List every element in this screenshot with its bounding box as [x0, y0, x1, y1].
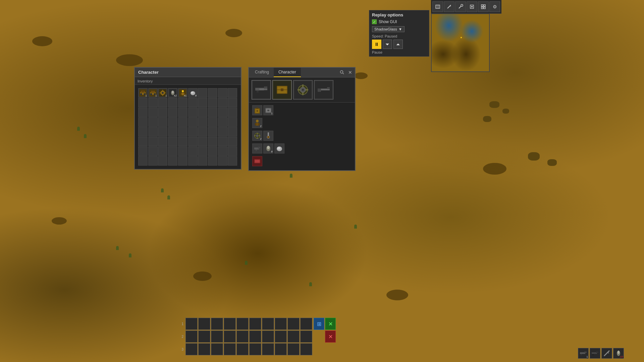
inv-slot-44[interactable] [178, 127, 187, 136]
inv-slot-59[interactable] [228, 137, 237, 146]
hotbar-more-btn[interactable]: ⋮ [336, 318, 341, 330]
inv-slot-7[interactable] [208, 88, 217, 98]
hotbar-slot-2-7[interactable] [262, 330, 274, 343]
hotbar-slot-1-6[interactable] [249, 318, 261, 330]
inv-slot-8[interactable] [218, 88, 227, 98]
inv-slot-41[interactable] [148, 127, 158, 136]
equip-item-person[interactable]: 2 [252, 118, 262, 128]
hotbar-slot-1-3[interactable] [211, 318, 223, 330]
inv-slot-37[interactable] [208, 117, 217, 127]
inv-slot-68[interactable] [218, 146, 227, 156]
equip-item-stone[interactable] [274, 143, 284, 154]
inv-slot-76[interactable] [198, 156, 207, 166]
hotbar-slot-3-7[interactable] [262, 343, 274, 355]
br-ammo-slot[interactable]: -10 [613, 348, 624, 359]
br-gun2-slot[interactable] [590, 348, 600, 359]
hotbar-slot-2-10[interactable] [300, 330, 312, 343]
inv-slot-4[interactable]: 41 [178, 88, 187, 98]
inv-slot-62[interactable] [158, 146, 167, 156]
tab-character[interactable]: Character [274, 68, 301, 77]
inv-slot-12[interactable] [158, 98, 167, 107]
inv-slot-77[interactable] [208, 156, 217, 166]
inv-slot-54[interactable] [178, 137, 187, 146]
inv-slot-39[interactable] [228, 117, 237, 127]
inv-slot-29[interactable] [228, 108, 237, 117]
inv-slot-48[interactable] [218, 127, 227, 136]
speed-up-button[interactable]: ⏶ [393, 40, 403, 49]
inv-slot-60[interactable] [138, 146, 148, 156]
inv-slot-56[interactable] [198, 137, 207, 146]
inv-slot-38[interactable] [218, 117, 227, 127]
inv-slot-65[interactable] [188, 146, 198, 156]
inv-slot-5[interactable]: 8 [188, 88, 198, 98]
hotbar-slot-1-2[interactable] [198, 318, 210, 330]
inv-slot-28[interactable] [218, 108, 227, 117]
pause-button[interactable]: ⏸ [372, 40, 381, 49]
inv-slot-72[interactable] [158, 156, 167, 166]
inv-slot-58[interactable] [218, 137, 227, 146]
equip-slot-chest[interactable] [272, 80, 292, 100]
br-gun-slot[interactable]: 1 [578, 348, 589, 359]
inv-slot-67[interactable] [208, 146, 217, 156]
hotbar-add-btn[interactable]: ✕ [325, 318, 336, 330]
hotbar-slot-3-10[interactable] [300, 343, 312, 355]
inv-slot-19[interactable] [228, 98, 237, 107]
inv-slot-2[interactable]: 1 [158, 88, 167, 98]
inv-slot-55[interactable] [188, 137, 198, 146]
inv-slot-9[interactable] [228, 88, 237, 98]
inv-slot-32[interactable] [158, 117, 167, 127]
inv-slot-30[interactable] [138, 117, 148, 127]
inv-slot-75[interactable] [188, 156, 198, 166]
hotbar-slot-2-3[interactable] [211, 330, 223, 343]
equip-item-pistol[interactable] [252, 143, 262, 154]
hotbar-expand-btn[interactable]: ⊞ [314, 318, 324, 330]
inv-slot-51[interactable] [148, 137, 158, 146]
hotbar-slot-2-9[interactable] [287, 330, 300, 343]
inv-slot-61[interactable] [148, 146, 158, 156]
inv-slot-0[interactable]: 1 [138, 88, 148, 98]
inv-slot-50[interactable] [138, 137, 148, 146]
inv-slot-53[interactable] [168, 137, 177, 146]
hotbar-slot-2-2[interactable] [198, 330, 210, 343]
inv-slot-27[interactable] [208, 108, 217, 117]
hotbar-slot-3-8[interactable] [275, 343, 287, 355]
inv-slot-52[interactable] [158, 137, 167, 146]
inv-slot-11[interactable] [148, 98, 158, 107]
hotbar-slot-1-8[interactable] [275, 318, 287, 330]
inv-slot-22[interactable] [158, 108, 167, 117]
inv-slot-42[interactable] [158, 127, 167, 136]
hotbar-slot-2-4[interactable] [224, 330, 236, 343]
inv-slot-1[interactable]: 1 [148, 88, 158, 98]
hotbar-slot-3-2[interactable] [198, 343, 210, 355]
hotbar-remove-btn[interactable]: ✕ [325, 330, 336, 343]
inv-slot-23[interactable] [168, 108, 177, 117]
equip-item-backpack[interactable] [252, 105, 262, 115]
hotbar-slot-1-1[interactable] [185, 318, 198, 330]
equip-item-ammo[interactable]: 8 [263, 143, 273, 154]
inv-slot-13[interactable] [168, 98, 177, 107]
hotbar-slot-3-4[interactable] [224, 343, 236, 355]
hotbar-slot-1-10[interactable] [300, 318, 312, 330]
inv-slot-10[interactable] [138, 98, 148, 107]
inv-slot-33[interactable] [168, 117, 177, 127]
close-panel-button[interactable]: ✕ [347, 69, 354, 76]
hotbar-slot-2-8[interactable] [275, 330, 287, 343]
hotbar-slot-3-9[interactable] [287, 343, 300, 355]
inv-slot-43[interactable] [168, 127, 177, 136]
wrench-icon[interactable] [455, 1, 466, 12]
player-dropdown[interactable]: ShadowGlass ▼ [372, 26, 405, 32]
inv-slot-69[interactable] [228, 146, 237, 156]
inv-slot-21[interactable] [148, 108, 158, 117]
circuit-icon[interactable] [467, 1, 477, 12]
inv-slot-49[interactable] [228, 127, 237, 136]
inv-slot-46[interactable] [198, 127, 207, 136]
inv-slot-47[interactable] [208, 127, 217, 136]
equip-item-red[interactable] [252, 156, 262, 166]
grid-icon[interactable] [478, 1, 489, 12]
inv-slot-18[interactable] [218, 98, 227, 107]
inv-slot-78[interactable] [218, 156, 227, 166]
inv-slot-17[interactable] [208, 98, 217, 107]
tab-crafting[interactable]: Crafting [250, 68, 274, 77]
inv-slot-45[interactable] [188, 127, 198, 136]
br-melee-slot[interactable] [601, 348, 612, 359]
